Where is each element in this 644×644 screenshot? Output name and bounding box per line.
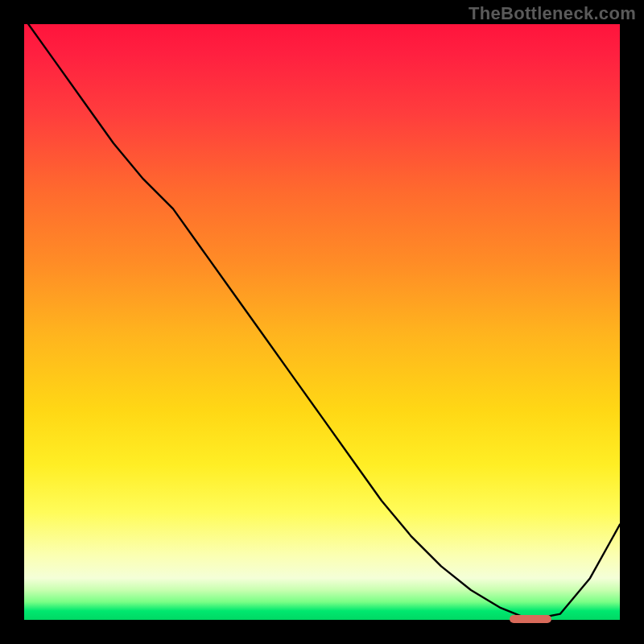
plot-area	[24, 24, 620, 620]
optimum-marker	[510, 615, 551, 623]
chart-frame: TheBottleneck.com	[0, 0, 644, 644]
attribution-label: TheBottleneck.com	[469, 3, 636, 24]
line-series	[24, 24, 620, 620]
series-path	[24, 24, 620, 620]
